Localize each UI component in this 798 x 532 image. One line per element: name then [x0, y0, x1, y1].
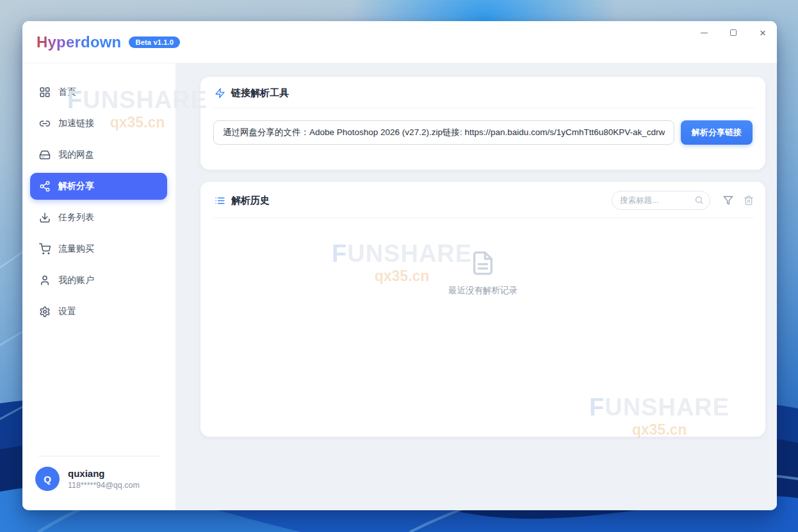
close-icon: × — [760, 28, 766, 38]
sidebar-footer: Q quxiang 118*****94@qq.com — [22, 456, 175, 510]
user-meta: quxiang 118*****94@qq.com — [68, 468, 140, 490]
sidebar-item-share[interactable]: 解析分享 — [30, 173, 167, 200]
user-name: quxiang — [68, 468, 140, 479]
sidebar: 首页 加速链接 我的网盘 解析分享 任务列表 流量购买 我的账户 设置 Q — [22, 63, 176, 510]
parser-card-header: 链接解析工具 — [200, 77, 765, 108]
user-email: 118*****94@qq.com — [68, 481, 140, 490]
download-icon — [39, 212, 51, 223]
share-link-input[interactable] — [213, 120, 674, 145]
clear-history-button[interactable] — [744, 195, 754, 206]
sidebar-item-tasks[interactable]: 任务列表 — [30, 204, 167, 231]
main-content: 链接解析工具 解析分享链接 解析历史 — [176, 63, 777, 510]
sidebar-item-label: 我的账户 — [58, 275, 94, 286]
filter-button[interactable] — [723, 195, 733, 206]
sidebar-item-drive[interactable]: 我的网盘 — [30, 141, 167, 168]
minimize-button[interactable] — [699, 28, 709, 38]
sidebar-item-label: 加速链接 — [58, 118, 94, 129]
parser-card-body: 解析分享链接 — [200, 108, 765, 145]
sidebar-item-label: 设置 — [58, 306, 76, 318]
minimize-icon — [701, 33, 708, 33]
parse-history-card: 解析历史 — [200, 182, 765, 437]
file-icon — [470, 250, 496, 276]
funnel-icon — [723, 195, 733, 206]
sidebar-item-accelerate[interactable]: 加速链接 — [30, 110, 167, 137]
window-controls: × — [699, 25, 768, 40]
search-box — [612, 191, 710, 210]
close-button[interactable]: × — [758, 28, 768, 38]
titlebar: Hyperdown Beta v1.1.0 × — [22, 21, 777, 63]
link-parser-card: 链接解析工具 解析分享链接 — [200, 77, 765, 170]
cart-icon — [39, 243, 51, 255]
sidebar-item-label: 流量购买 — [58, 243, 94, 255]
zap-icon — [215, 88, 225, 99]
sidebar-item-settings[interactable]: 设置 — [30, 298, 167, 325]
gear-icon — [39, 306, 51, 318]
sidebar-item-label: 任务列表 — [58, 212, 94, 223]
empty-state-text: 最近没有解析记录 — [448, 285, 517, 296]
brand-logo: Hyperdown — [37, 33, 121, 51]
version-badge: Beta v1.1.0 — [129, 36, 180, 48]
parser-card-title: 链接解析工具 — [231, 87, 289, 99]
avatar: Q — [35, 467, 60, 491]
link-icon — [39, 118, 51, 129]
maximize-icon — [730, 29, 737, 36]
user-icon — [39, 275, 51, 286]
sidebar-item-label: 首页 — [58, 86, 76, 98]
history-card-title: 解析历史 — [231, 195, 270, 207]
desktop-wallpaper: Hyperdown Beta v1.1.0 × 首页 加速链接 我的网盘 解析分… — [0, 0, 798, 532]
user-card[interactable]: Q quxiang 118*****94@qq.com — [22, 456, 175, 505]
hard-drive-icon — [39, 149, 51, 161]
trash-icon — [744, 195, 754, 206]
list-icon — [215, 195, 225, 206]
search-icon — [694, 195, 704, 205]
app-window: Hyperdown Beta v1.1.0 × 首页 加速链接 我的网盘 解析分… — [22, 21, 777, 510]
sidebar-item-label: 我的网盘 — [58, 149, 94, 161]
empty-state: 最近没有解析记录 — [200, 218, 765, 296]
sidebar-item-label: 解析分享 — [58, 181, 94, 192]
avatar-initial: Q — [44, 474, 51, 485]
maximize-button[interactable] — [728, 28, 738, 38]
sidebar-item-account[interactable]: 我的账户 — [30, 267, 167, 294]
history-card-header: 解析历史 — [200, 182, 765, 218]
share-nodes-icon — [39, 181, 51, 192]
sidebar-item-home[interactable]: 首页 — [30, 79, 167, 106]
sidebar-item-traffic[interactable]: 流量购买 — [30, 236, 167, 262]
sidebar-nav: 首页 加速链接 我的网盘 解析分享 任务列表 流量购买 我的账户 设置 — [22, 63, 175, 456]
grid-icon — [39, 86, 51, 98]
parse-share-link-button[interactable]: 解析分享链接 — [681, 120, 753, 145]
